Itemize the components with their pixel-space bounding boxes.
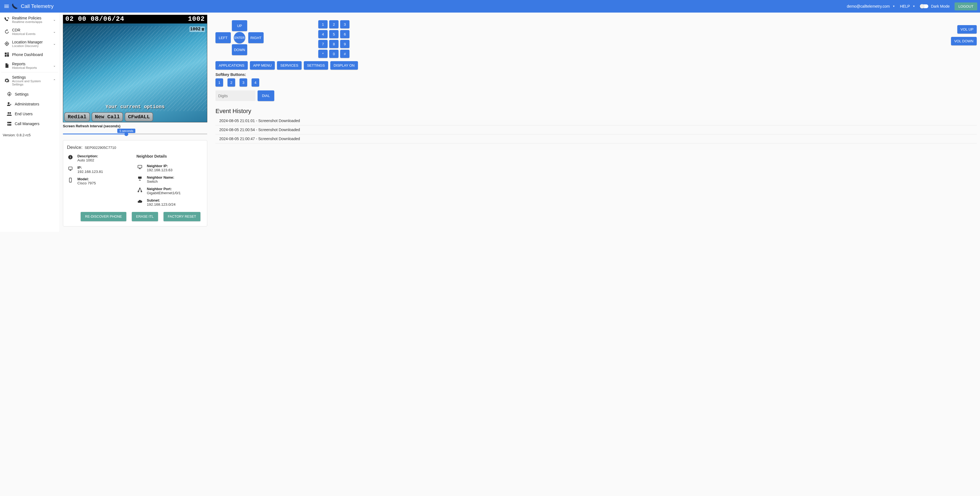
svg-point-7: [8, 102, 10, 104]
sidebar-sub-settings[interactable]: Settings: [0, 89, 59, 99]
refresh-interval-slider[interactable]: 5 seconds: [63, 128, 207, 137]
keypad-0[interactable]: 0: [329, 50, 339, 58]
server-icon: [4, 121, 15, 127]
hamburger-menu-icon[interactable]: [3, 2, 10, 10]
sidebar-item-location-manager[interactable]: Location ManagerLocation Discovery ⌄: [0, 38, 59, 50]
display-on-button[interactable]: DISPLAY ON: [330, 61, 358, 70]
device-card: Device: SEP0022905C7710 Description:Auto…: [63, 140, 207, 227]
chevron-down-icon: ⌄: [53, 30, 56, 33]
softkey-buttons-label: Softkey Buttons:: [215, 72, 977, 77]
sidebar-item-phone-dashboard[interactable]: Phone Dashboard: [0, 50, 59, 60]
keypad-2[interactable]: 2: [329, 20, 339, 29]
vol-down-button[interactable]: VOL DOWN: [951, 37, 977, 45]
neighbor-ip-value: 192.168.123.63: [147, 168, 173, 172]
keypad-5[interactable]: 5: [329, 30, 339, 38]
keypad-6[interactable]: 6: [340, 30, 350, 38]
keypad-4[interactable]: 4: [318, 30, 328, 38]
sidebar-sub-end-users[interactable]: End Users: [0, 109, 59, 119]
info-icon: [67, 154, 73, 160]
admin-icon: [4, 101, 15, 107]
chevron-down-icon: ⌄: [53, 18, 56, 22]
keypad: 1 2 3 4 5 6 7 8 9 * 0 #: [318, 20, 350, 58]
neighbor-name-label: Neighbor Name:: [147, 175, 174, 179]
services-button[interactable]: SERVICES: [277, 61, 302, 70]
dark-mode-label: Dark Mode: [931, 4, 950, 8]
line-number: 1002: [190, 27, 200, 32]
keypad-1[interactable]: 1: [318, 20, 328, 29]
softkey-4-button[interactable]: 4: [251, 78, 259, 87]
dark-mode-toggle-group: Dark Mode: [920, 4, 950, 8]
sidebar-item-settings[interactable]: SettingsAccount and System Settings ⌃: [0, 73, 59, 88]
phone-softkey-redial: Redial: [64, 112, 90, 122]
softkey-2-button[interactable]: 2: [228, 78, 235, 87]
keypad-star[interactable]: *: [318, 50, 328, 58]
dpad-left-button[interactable]: LEFT: [215, 32, 231, 43]
neighbor-port-value: GigabitEthernet1/0/1: [147, 191, 181, 195]
softkey-1-button[interactable]: 1: [215, 78, 223, 87]
users-icon: [4, 111, 15, 117]
digits-input[interactable]: [215, 90, 255, 101]
svg-point-10: [9, 112, 11, 114]
device-model-row: Model:Cisco 7975: [67, 177, 134, 185]
nav-sublabel: Location Discovery: [12, 44, 43, 48]
sidebar-sub-administrators[interactable]: Administrators: [0, 99, 59, 109]
sidebar-item-reports[interactable]: ReportsHistorical Reports ⌄: [0, 60, 59, 71]
svg-point-17: [70, 156, 70, 157]
chevron-down-icon: ▼: [913, 5, 915, 8]
dpad-enter-button[interactable]: ENTER: [234, 32, 245, 43]
dark-mode-switch[interactable]: [920, 4, 928, 8]
user-menu[interactable]: demo@calltelemetry.com ▼: [847, 4, 895, 8]
history-item: 2024-08-05 21:00:47 - Screenshot Downloa…: [215, 135, 977, 143]
factory-reset-button[interactable]: FACTORY RESET: [164, 212, 201, 221]
phone-softkey-newcall: New Call: [92, 112, 123, 122]
neighbor-name-value: Switch: [147, 179, 174, 184]
logout-button[interactable]: LOGOUT: [955, 2, 977, 10]
svg-rect-22: [138, 176, 142, 179]
chevron-down-icon: ▼: [892, 5, 895, 8]
softkey-3-button[interactable]: 3: [240, 78, 247, 87]
refresh-interval-label: Screen Refresh Interval (seconds): [63, 124, 207, 128]
model-value: Cisco 7975: [77, 181, 96, 185]
slider-thumb[interactable]: [124, 132, 128, 136]
network-icon: [137, 187, 143, 193]
device-title-label: Device:: [67, 145, 83, 150]
keypad-8[interactable]: 8: [329, 40, 339, 48]
nav-label: Realtime Policies: [12, 16, 42, 20]
event-history-title: Event History: [215, 108, 977, 115]
keypad-7[interactable]: 7: [318, 40, 328, 48]
dpad-down-button[interactable]: DOWN: [232, 44, 247, 55]
dpad-right-button[interactable]: RIGHT: [248, 32, 264, 43]
ip-value: 192.168.123.81: [77, 170, 103, 174]
help-menu[interactable]: HELP ▼: [900, 4, 915, 8]
settings-button[interactable]: SETTINGS: [304, 61, 328, 70]
history-icon: [2, 29, 12, 35]
dial-button[interactable]: DIAL: [258, 90, 274, 101]
erase-itl-button[interactable]: ERASE ITL: [132, 212, 158, 221]
svg-point-13: [8, 122, 8, 123]
sidebar-item-cdr[interactable]: CDRHistorical Events ⌄: [0, 26, 59, 38]
nav-label: CDR: [12, 28, 35, 32]
applications-button[interactable]: APPLICATIONS: [215, 61, 248, 70]
nav-label: End Users: [15, 112, 33, 116]
keypad-3[interactable]: 3: [340, 20, 350, 29]
sidebar-item-realtime-policies[interactable]: Realtime PoliciesRealtime events/apps ⌄: [0, 14, 59, 26]
history-item: 2024-08-05 21:00:54 - Screenshot Downloa…: [215, 125, 977, 135]
keypad-9[interactable]: 9: [340, 40, 350, 48]
neighbor-details-title: Neighbor Details: [137, 154, 203, 158]
chevron-up-icon: ⌃: [53, 79, 56, 82]
nav-label: Administrators: [15, 102, 39, 106]
model-label: Model:: [77, 177, 96, 181]
gear-icon: [4, 92, 15, 97]
app-menu-button[interactable]: APP MENU: [250, 61, 275, 70]
neighbor-port-label: Neighbor Port:: [147, 187, 181, 191]
sidebar-sub-call-managers[interactable]: Call Managers: [0, 119, 59, 128]
nav-label: Call Managers: [15, 122, 40, 126]
svg-rect-18: [68, 167, 72, 170]
phone-screen-preview: 02 00 08/06/24 1002 1002 ☎ Your current …: [63, 15, 207, 122]
keypad-hash[interactable]: #: [340, 50, 350, 58]
rediscover-phone-button[interactable]: RE-DISCOVER PHONE: [81, 212, 126, 221]
description-label: Description:: [77, 154, 98, 158]
phone-options-text: Your current options: [63, 104, 207, 109]
vol-up-button[interactable]: VOL UP: [957, 25, 977, 33]
dpad-up-button[interactable]: UP: [232, 20, 247, 31]
